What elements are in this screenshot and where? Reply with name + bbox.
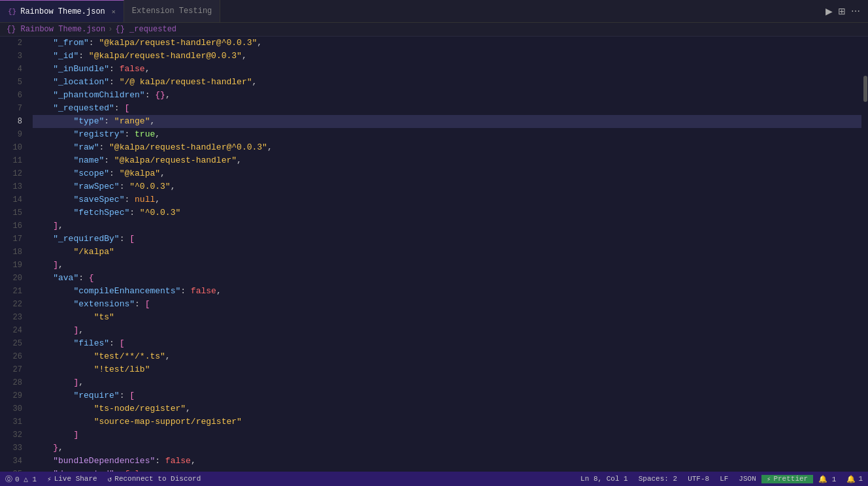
editor-area: 2345678910111213141516171819202122232425… (0, 37, 868, 472)
eol-label: LF (720, 475, 728, 483)
breadcrumb-sep: › (108, 25, 112, 34)
tab-rainbow-theme[interactable]: {} Rainbow Theme.json ✕ (0, 0, 124, 22)
code-line[interactable]: ], (33, 219, 861, 233)
code-line[interactable]: "ts" (33, 311, 861, 324)
status-bar: ⓪ 0 △ 1 ⚡ Live Share ↺ Reconnect to Disc… (0, 472, 868, 486)
line-num: 31 (0, 415, 22, 429)
line-num: 34 (0, 455, 22, 468)
line-num: 20 (0, 272, 22, 285)
code-line[interactable]: "bundleDependencies": false, (33, 455, 861, 468)
language-mode[interactable]: JSON (733, 475, 761, 483)
git-status[interactable]: ⓪ 0 △ 1 (0, 474, 42, 484)
line-num: 6 (0, 89, 22, 102)
reconnect-label: Reconnect to Discord (114, 475, 201, 483)
code-line[interactable]: "_phantomChildren": {}, (33, 89, 861, 102)
spaces-label: Spaces: 2 (639, 475, 677, 483)
tab-bar: {} Rainbow Theme.json ✕ Extension Testin… (0, 0, 868, 23)
layout-button[interactable]: ⊞ (838, 6, 846, 16)
line-num: 3 (0, 50, 22, 63)
line-num: 35 (0, 468, 22, 472)
line-numbers: 2345678910111213141516171819202122232425… (0, 37, 27, 472)
line-num: 16 (0, 219, 22, 233)
more-button[interactable]: ⋯ (851, 6, 860, 16)
reconnect-button[interactable]: ↺ Reconnect to Discord (103, 475, 207, 483)
code-line[interactable]: "saveSpec": null, (33, 193, 861, 206)
line-num: 14 (0, 193, 22, 206)
line-num: 2 (0, 37, 22, 50)
line-num: 9 (0, 128, 22, 141)
notification-count: 1 (858, 475, 863, 483)
code-line[interactable]: "type": "range", (33, 115, 861, 128)
code-line[interactable]: "_inBundle": false, (33, 63, 861, 76)
code-line[interactable]: "compileEnhancements": false, (33, 285, 861, 298)
code-line[interactable]: ] (33, 429, 861, 442)
line-num: 4 (0, 63, 22, 76)
code-line[interactable]: ], (33, 376, 861, 389)
code-line[interactable]: "raw": "@kalpa/request-handler@^0.0.3", (33, 141, 861, 154)
code-line[interactable]: "deprecated": false, (33, 468, 861, 472)
eol-setting[interactable]: LF (714, 475, 733, 483)
code-line[interactable]: "_location": "/@ kalpa/request-handler", (33, 76, 861, 89)
tab-label: Rainbow Theme.json (20, 7, 105, 16)
code-line[interactable]: "_id": "@kalpa/request-handler@0.0.3", (33, 50, 861, 63)
language-label: JSON (739, 475, 756, 483)
breadcrumb-item-2[interactable]: {} _requested (115, 25, 176, 34)
cursor-label: Ln 8, Col 1 (580, 475, 628, 483)
scrollbar[interactable] (861, 37, 868, 472)
reconnect-icon: ↺ (108, 475, 112, 483)
live-share-button[interactable]: ⚡ Live Share (42, 475, 103, 483)
line-num: 28 (0, 376, 22, 389)
line-num: 21 (0, 285, 22, 298)
code-line[interactable]: }, (33, 442, 861, 455)
live-share-label: Live Share (54, 475, 97, 483)
line-num: 13 (0, 180, 22, 193)
run-button[interactable]: ▶ (826, 6, 833, 16)
code-line[interactable]: "ava": { (33, 272, 861, 285)
code-line[interactable]: ], (33, 259, 861, 272)
code-line[interactable]: "extensions": [ (33, 298, 861, 311)
encoding-setting[interactable]: UTF-8 (682, 475, 714, 483)
code-content[interactable]: "_from": "@kalpa/request-handler@^0.0.3"… (27, 37, 861, 472)
code-line[interactable]: "require": [ (33, 389, 861, 402)
tab-close-button[interactable]: ✕ (112, 8, 116, 16)
prettier-label: 🔔 1 (818, 475, 836, 483)
line-num: 33 (0, 442, 22, 455)
line-num: 30 (0, 402, 22, 415)
code-line[interactable]: "ts-node/register", (33, 402, 861, 415)
code-line[interactable]: "name": "@kalpa/request-handler", (33, 154, 861, 167)
cursor-position[interactable]: Ln 8, Col 1 (575, 475, 633, 483)
json-icon: {} (8, 8, 16, 16)
live-share-icon: ⚡ (47, 475, 52, 483)
code-line[interactable]: "test/**/*.ts", (33, 350, 861, 363)
breadcrumb-item-1[interactable]: {} Rainbow Theme.json (7, 25, 105, 34)
code-line[interactable]: "_from": "@kalpa/request-handler@^0.0.3"… (33, 37, 861, 50)
code-line[interactable]: "rawSpec": "^0.0.3", (33, 180, 861, 193)
code-line[interactable]: ], (33, 324, 861, 337)
bell-icon: 🔔 (846, 475, 856, 483)
scrollbar-thumb[interactable] (863, 76, 867, 102)
line-num: 22 (0, 298, 22, 311)
tab-extension-testing[interactable]: Extension Testing (124, 0, 220, 22)
tab-label-2: Extension Testing (132, 7, 212, 16)
go-live-button[interactable]: ⚡ Prettier (761, 475, 813, 483)
code-line[interactable]: "files": [ (33, 337, 861, 350)
spaces-setting[interactable]: Spaces: 2 (633, 475, 682, 483)
prettier-button[interactable]: 🔔 1 (813, 475, 841, 483)
line-num: 18 (0, 246, 22, 259)
line-num: 17 (0, 233, 22, 246)
notifications-button[interactable]: 🔔 1 (841, 475, 868, 483)
code-line[interactable]: "scope": "@kalpa", (33, 167, 861, 180)
code-line[interactable]: "source-map-support/register" (33, 415, 861, 429)
code-line[interactable]: "!test/lib" (33, 363, 861, 376)
code-line[interactable]: "_requested": [ (33, 102, 861, 115)
status-left: ⓪ 0 △ 1 ⚡ Live Share ↺ Reconnect to Disc… (0, 474, 206, 484)
line-num: 27 (0, 363, 22, 376)
line-num: 10 (0, 141, 22, 154)
code-line[interactable]: "_requiredBy": [ (33, 233, 861, 246)
line-num: 25 (0, 337, 22, 350)
code-line[interactable]: "/kalpa" (33, 246, 861, 259)
git-icon: ⓪ (5, 474, 12, 484)
code-line[interactable]: "fetchSpec": "^0.0.3" (33, 206, 861, 219)
line-num: 32 (0, 429, 22, 442)
code-line[interactable]: "registry": true, (33, 128, 861, 141)
